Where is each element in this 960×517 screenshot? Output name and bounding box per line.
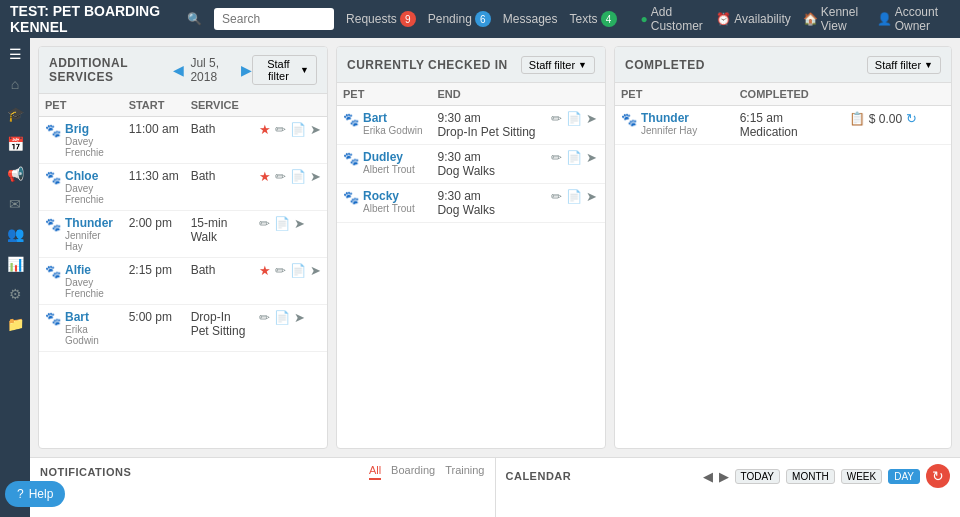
sidebar: ☰ ⌂ 🎓 📅 📢 ✉ 👥 📊 ⚙ 📁: [0, 38, 30, 517]
pet-name[interactable]: Rocky: [363, 189, 415, 203]
pet-owner: Davey Frenchie: [65, 136, 117, 158]
pending-link[interactable]: Pending 6: [428, 11, 491, 27]
edit-icon[interactable]: ✏: [551, 189, 562, 204]
pet-cell: 🐾 Rocky Albert Trout: [343, 189, 425, 214]
edit-icon[interactable]: ✏: [551, 111, 562, 126]
sidebar-icon-users[interactable]: 👥: [5, 226, 25, 242]
pet-name[interactable]: Thunder: [65, 216, 117, 230]
refresh-icon[interactable]: ↻: [906, 111, 917, 126]
pet-owner: Jennifer Hay: [641, 125, 697, 136]
kennel-view-link[interactable]: 🏠 Kennel View: [803, 5, 865, 33]
edit-icon[interactable]: ✏: [275, 122, 286, 137]
additional-services-filter-btn[interactable]: Staff filter ▼: [252, 55, 317, 85]
cal-prev-btn[interactable]: ◀: [703, 469, 713, 484]
arrow-icon[interactable]: ➤: [586, 189, 597, 204]
pet-cell: 🐾 Chloe Davey Frenchie: [45, 169, 117, 205]
doc-icon[interactable]: 📄: [566, 111, 582, 126]
edit-icon[interactable]: ✏: [259, 216, 270, 231]
file-icon[interactable]: 📋: [849, 111, 865, 126]
paw-icon: 🐾: [621, 112, 637, 127]
doc-icon[interactable]: 📄: [274, 216, 290, 231]
completed-panel: COMPLETED Staff filter ▼ PET COMPLETED: [614, 46, 952, 449]
arrow-icon[interactable]: ➤: [310, 263, 321, 278]
service-name: Bath: [191, 263, 216, 277]
notif-tab-all[interactable]: All: [369, 464, 381, 480]
arrow-icon[interactable]: ➤: [310, 122, 321, 137]
table-row: 🐾 Chloe Davey Frenchie 11:30 am Bath ★ ✏…: [39, 164, 327, 211]
sidebar-icon-reports[interactable]: 📊: [5, 256, 25, 272]
edit-icon[interactable]: ✏: [259, 310, 270, 325]
pet-name[interactable]: Brig: [65, 122, 117, 136]
sidebar-icon-settings[interactable]: ⚙: [5, 286, 25, 302]
doc-icon[interactable]: 📄: [566, 189, 582, 204]
search-icon[interactable]: 🔍: [187, 12, 202, 26]
start-time: 11:00 am: [129, 122, 179, 136]
requests-link[interactable]: Requests 9: [346, 11, 416, 27]
additional-services-header: ADDITIONAL SERVICES ◀ Jul 5, 2018 ▶ Staf…: [39, 47, 327, 94]
doc-icon[interactable]: 📄: [274, 310, 290, 325]
bottom-bar: NOTIFICATIONS All Boarding Training CALE…: [30, 457, 960, 517]
pet-name[interactable]: Alfie: [65, 263, 117, 277]
completed-filter-label: Staff filter: [875, 59, 921, 71]
arrow-icon[interactable]: ➤: [310, 169, 321, 184]
cal-week-btn[interactable]: WEEK: [841, 469, 882, 484]
star-icon[interactable]: ★: [259, 122, 271, 137]
sidebar-icon-notifications[interactable]: 📢: [5, 166, 25, 182]
sidebar-icon-messages[interactable]: ✉: [5, 196, 25, 212]
cal-today-btn[interactable]: TODAY: [735, 469, 781, 484]
table-row: 🐾 Thunder Jennifer Hay 6:15 am Medicatio…: [615, 106, 951, 145]
paw-icon: 🐾: [45, 170, 61, 185]
pet-name[interactable]: Dudley: [363, 150, 415, 164]
edit-icon[interactable]: ✏: [275, 263, 286, 278]
col-start: START: [123, 94, 185, 117]
pet-owner: Erika Godwin: [65, 324, 117, 346]
arrow-icon[interactable]: ➤: [294, 310, 305, 325]
sidebar-icon-files[interactable]: 📁: [5, 316, 25, 332]
calendar-header: CALENDAR ◀ ▶ TODAY MONTH WEEK DAY ↻: [506, 464, 951, 488]
availability-link[interactable]: ⏰ Availability: [716, 12, 790, 26]
paw-icon: 🐾: [45, 264, 61, 279]
cal-circle-icon[interactable]: ↻: [926, 464, 950, 488]
pet-name[interactable]: Chloe: [65, 169, 117, 183]
completed-filter-btn[interactable]: Staff filter ▼: [867, 56, 941, 74]
date-prev-arrow[interactable]: ◀: [173, 62, 184, 78]
add-customer-label: Add Customer: [651, 5, 704, 33]
cal-day-btn[interactable]: DAY: [888, 469, 920, 484]
pet-owner: Albert Trout: [363, 164, 415, 175]
add-customer-link[interactable]: ● Add Customer: [641, 5, 705, 33]
date-next-arrow[interactable]: ▶: [241, 62, 252, 78]
texts-link[interactable]: Texts 4: [570, 11, 617, 27]
messages-link[interactable]: Messages: [503, 12, 558, 26]
edit-icon[interactable]: ✏: [275, 169, 286, 184]
notifications-tabs: All Boarding Training: [369, 464, 485, 480]
sidebar-icon-menu[interactable]: ☰: [5, 46, 25, 62]
table-row: 🐾 Bart Erika Godwin 9:30 am Drop-In Pet …: [337, 106, 605, 145]
arrow-icon[interactable]: ➤: [586, 150, 597, 165]
pet-name[interactable]: Thunder: [641, 111, 697, 125]
star-icon[interactable]: ★: [259, 169, 271, 184]
pet-name[interactable]: Bart: [363, 111, 422, 125]
star-icon[interactable]: ★: [259, 263, 271, 278]
sidebar-icon-training[interactable]: 🎓: [5, 106, 25, 122]
cal-next-btn[interactable]: ▶: [719, 469, 729, 484]
pet-name[interactable]: Bart: [65, 310, 117, 324]
help-button[interactable]: ? Help: [5, 481, 65, 507]
doc-icon[interactable]: 📄: [290, 263, 306, 278]
doc-icon[interactable]: 📄: [290, 169, 306, 184]
doc-icon[interactable]: 📄: [290, 122, 306, 137]
start-time: 2:15 pm: [129, 263, 172, 277]
col-pet-ci: PET: [337, 83, 431, 106]
notif-tab-boarding[interactable]: Boarding: [391, 464, 435, 480]
pet-owner: Davey Frenchie: [65, 277, 117, 299]
edit-icon[interactable]: ✏: [551, 150, 562, 165]
cal-month-btn[interactable]: MONTH: [786, 469, 835, 484]
arrow-icon[interactable]: ➤: [586, 111, 597, 126]
arrow-icon[interactable]: ➤: [294, 216, 305, 231]
sidebar-icon-home[interactable]: ⌂: [5, 76, 25, 92]
search-input[interactable]: [214, 8, 334, 30]
account-owner-link[interactable]: 👤 Account Owner: [877, 5, 950, 33]
sidebar-icon-calendar[interactable]: 📅: [5, 136, 25, 152]
checked-in-filter-btn[interactable]: Staff filter ▼: [521, 56, 595, 74]
notif-tab-training[interactable]: Training: [445, 464, 484, 480]
doc-icon[interactable]: 📄: [566, 150, 582, 165]
